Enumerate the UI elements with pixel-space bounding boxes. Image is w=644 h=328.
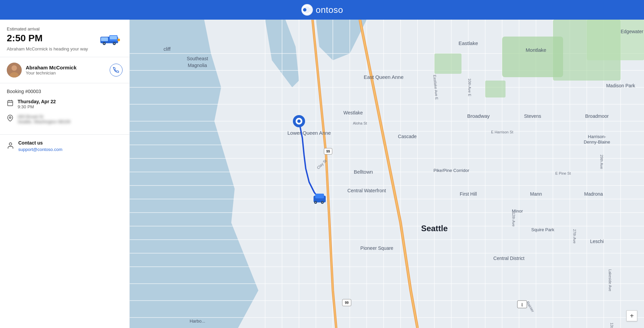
arrival-section: Estimated arrival 2:50 PM Abraham McCorm… <box>0 20 129 57</box>
map-svg: 99 Southeast Magnolia East Queen Anne We… <box>130 20 644 328</box>
svg-text:Lower Queen Anne: Lower Queen Anne <box>287 130 331 136</box>
svg-text:E Harrison St: E Harrison St <box>491 130 513 134</box>
svg-text:First Hill: First Hill <box>460 191 477 197</box>
booking-address-row: 400 Broad St Seattle, Washington 98109 <box>7 114 123 124</box>
svg-text:Central District: Central District <box>493 256 524 261</box>
svg-text:Broadway: Broadway <box>467 113 490 119</box>
svg-text:Stevens: Stevens <box>524 113 541 119</box>
contact-email[interactable]: support@contoso.com <box>18 147 62 152</box>
logo: ontoso <box>301 3 343 16</box>
svg-text:Westlake: Westlake <box>343 110 363 115</box>
svg-text:Southeast: Southeast <box>187 56 208 61</box>
svg-point-7 <box>104 43 105 44</box>
logo-text: ontoso <box>316 5 343 15</box>
sidebar: Estimated arrival 2:50 PM Abraham McCorm… <box>0 20 130 328</box>
svg-text:5: 5 <box>521 305 523 307</box>
main-content: Estimated arrival 2:50 PM Abraham McCorm… <box>0 20 644 328</box>
svg-text:Magnolia: Magnolia <box>188 63 207 68</box>
arrival-subtitle: Abraham McCormick is heading your way <box>7 46 88 51</box>
app-header: ontoso <box>0 0 644 20</box>
avatar <box>7 63 22 78</box>
person-icon <box>7 142 14 151</box>
zoom-in-button[interactable]: + <box>626 310 637 321</box>
svg-text:Pike/Pine Corridor: Pike/Pine Corridor <box>433 168 469 173</box>
svg-text:27th Ave: 27th Ave <box>573 229 577 244</box>
svg-text:13th Ave: 13th Ave <box>610 323 614 328</box>
svg-text:Belltown: Belltown <box>354 169 373 175</box>
arrival-label: Estimated arrival <box>7 26 88 31</box>
svg-text:12th Ave: 12th Ave <box>512 212 516 227</box>
svg-rect-4 <box>101 37 108 41</box>
svg-rect-5 <box>110 36 117 40</box>
svg-point-12 <box>12 65 17 71</box>
svg-point-1 <box>303 8 306 12</box>
svg-rect-64 <box>587 20 644 60</box>
svg-text:Central Waterfront: Central Waterfront <box>347 188 386 193</box>
technician-name: Abraham McCormick <box>26 65 77 70</box>
svg-text:East Queen Anne: East Queen Anne <box>364 74 404 80</box>
svg-rect-10 <box>117 39 120 41</box>
svg-text:Denny-Blaine: Denny-Blaine <box>584 139 610 145</box>
booking-date: Thursday, Apr 22 <box>18 99 56 104</box>
svg-text:E Pine St: E Pine St <box>555 171 571 175</box>
svg-point-73 <box>315 202 316 203</box>
svg-point-19 <box>9 143 12 145</box>
svg-text:Seattle: Seattle <box>421 224 448 233</box>
location-icon <box>7 115 14 123</box>
svg-text:Pioneer Square: Pioneer Square <box>360 245 393 251</box>
svg-point-69 <box>297 119 301 123</box>
arrival-time: 2:50 PM <box>7 33 88 44</box>
van-icon <box>99 32 123 46</box>
svg-text:29th Ave: 29th Ave <box>600 155 604 169</box>
svg-text:Montlake: Montlake <box>526 47 546 53</box>
svg-point-75 <box>322 202 323 203</box>
call-button[interactable] <box>110 64 123 76</box>
svg-text:Squire Park: Squire Park <box>531 227 554 232</box>
svg-text:Harrison-: Harrison- <box>588 134 606 139</box>
svg-rect-71 <box>315 194 324 198</box>
svg-text:Broadmoor: Broadmoor <box>585 113 609 119</box>
svg-rect-65 <box>434 53 461 74</box>
svg-text:cliff: cliff <box>164 46 171 52</box>
technician-role: Your technician <box>26 70 77 75</box>
arrival-info: Estimated arrival 2:50 PM Abraham McCorm… <box>7 26 88 51</box>
svg-text:Edgewater P...: Edgewater P... <box>621 29 644 34</box>
technician-section: Abraham McCormick Your technician <box>0 57 129 83</box>
calendar-icon <box>7 100 14 108</box>
svg-text:Mann: Mann <box>530 191 542 197</box>
booking-address-line2: Seattle, Washington 98109 <box>18 119 70 124</box>
svg-text:Aloha St: Aloha St <box>353 121 367 125</box>
zoom-plus-icon: + <box>630 312 634 320</box>
svg-text:Madison Park: Madison Park <box>606 83 636 88</box>
booking-time: 9:30 PM <box>18 104 56 109</box>
contact-label: Contact us <box>18 140 62 146</box>
svg-text:Harbo...: Harbo... <box>190 319 205 324</box>
svg-text:Leschi: Leschi <box>590 239 604 244</box>
svg-point-18 <box>9 117 11 118</box>
svg-point-9 <box>113 43 115 44</box>
technician-info: Abraham McCormick Your technician <box>7 63 77 78</box>
logo-icon <box>301 3 314 16</box>
booking-number: Booking #00003 <box>7 89 123 94</box>
svg-text:Lakeside Ave: Lakeside Ave <box>608 269 612 291</box>
contact-section: Contact us support@contoso.com <box>0 135 129 158</box>
svg-text:99: 99 <box>345 301 349 305</box>
svg-text:Cascade: Cascade <box>398 134 416 139</box>
booking-section: Booking #00003 Thursday, Apr 22 9:30 PM <box>0 83 129 135</box>
booking-date-row: Thursday, Apr 22 9:30 PM <box>7 99 123 109</box>
svg-text:99: 99 <box>326 150 330 153</box>
booking-address-line1: 400 Broad St <box>18 114 70 119</box>
svg-rect-14 <box>8 101 13 106</box>
svg-text:Madrona: Madrona <box>584 191 603 197</box>
svg-text:Eastlake: Eastlake <box>458 40 478 46</box>
svg-text:10th Ave E: 10th Ave E <box>468 78 472 96</box>
map-area: 99 Southeast Magnolia East Queen Anne We… <box>130 20 644 328</box>
svg-rect-66 <box>485 81 506 97</box>
